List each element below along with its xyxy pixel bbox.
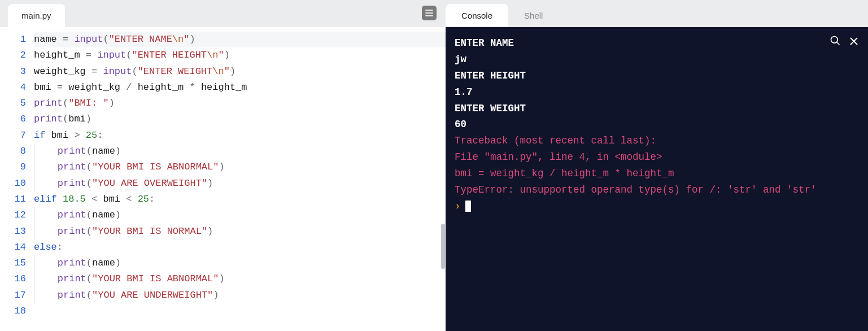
cursor: [465, 201, 471, 212]
console-line: TypeError: unsupported operand type(s) f…: [455, 182, 859, 198]
menu-icon[interactable]: [422, 6, 437, 20]
line-number: 12: [5, 207, 26, 223]
scrollbar-thumb[interactable]: [441, 224, 445, 269]
console-line: File "main.py", line 4, in <module>: [455, 149, 859, 166]
code-line[interactable]: print("YOU ARE OVERWEIGHT"): [34, 176, 446, 191]
tab-shell[interactable]: Shell: [508, 4, 559, 27]
line-number: 6: [5, 111, 26, 127]
console-line: Traceback (most recent call last):: [455, 133, 859, 149]
line-number: 11: [5, 191, 26, 207]
console-line: bmi = weight_kg / height_m * height_m: [455, 166, 859, 182]
editor-panel: main.py 123456789101112131415161718 name…: [0, 0, 446, 331]
console-line: ENTER WEIGHT: [455, 101, 859, 117]
line-number: 3: [5, 64, 26, 80]
code-line[interactable]: height_m = input("ENTER HEIGHT\n"): [34, 47, 446, 63]
code-line[interactable]: print(name): [34, 207, 446, 223]
console-prompt[interactable]: ›: [455, 198, 859, 215]
code-editor[interactable]: 123456789101112131415161718 name = input…: [0, 27, 446, 331]
code-line[interactable]: name = input("ENTER NAME\n"): [34, 32, 446, 47]
line-number: 7: [5, 128, 26, 143]
line-number: 1: [5, 32, 26, 47]
line-number: 14: [5, 239, 26, 255]
editor-tab-bar: main.py: [0, 0, 446, 27]
line-number: 15: [5, 255, 26, 271]
line-number: 5: [5, 95, 26, 111]
line-number: 4: [5, 80, 26, 95]
code-line[interactable]: [34, 303, 446, 319]
code-line[interactable]: weight_kg = input("ENTER WEIGHT\n"): [34, 64, 446, 80]
output-panel: Console Shell ENTER NAMEjwENTER HEIGHT1.…: [446, 0, 868, 331]
output-tab-bar: Console Shell: [446, 0, 868, 27]
code-line[interactable]: print("YOU ARE UNDERWEIGHT"): [34, 288, 446, 303]
code-line[interactable]: print(bmi): [34, 111, 446, 127]
console-tools: [830, 35, 859, 52]
tab-console[interactable]: Console: [446, 4, 508, 27]
line-number: 16: [5, 271, 26, 287]
console-line: 1.7: [455, 84, 859, 101]
line-number: 10: [5, 176, 26, 191]
code-line[interactable]: print(name): [34, 255, 446, 271]
svg-line-1: [837, 42, 840, 45]
file-tab-main[interactable]: main.py: [8, 4, 65, 27]
code-content[interactable]: name = input("ENTER NAME\n")height_m = i…: [34, 27, 446, 331]
code-line[interactable]: bmi = weight_kg / height_m * height_m: [34, 80, 446, 95]
close-icon[interactable]: [849, 36, 859, 52]
console-lines: ENTER NAMEjwENTER HEIGHT1.7ENTER WEIGHT6…: [455, 35, 859, 198]
editor-scrollbar[interactable]: [440, 54, 446, 331]
code-line[interactable]: print("YOUR BMI IS NORMAL"): [34, 224, 446, 239]
console-line: ENTER HEIGHT: [455, 68, 859, 84]
line-number: 8: [5, 143, 26, 159]
code-line[interactable]: print("BMI: "): [34, 95, 446, 111]
line-gutter: 123456789101112131415161718: [0, 27, 34, 331]
line-number: 9: [5, 159, 26, 175]
svg-point-0: [831, 37, 838, 43]
line-number: 13: [5, 224, 26, 239]
code-line[interactable]: elif 18.5 < bmi < 25:: [34, 191, 446, 207]
code-line[interactable]: print(name): [34, 143, 446, 159]
console-line: jw: [455, 51, 859, 68]
search-icon[interactable]: [830, 35, 841, 52]
line-number: 2: [5, 47, 26, 63]
code-line[interactable]: if bmi > 25:: [34, 128, 446, 143]
prompt-symbol: ›: [455, 201, 461, 212]
code-line[interactable]: print("YOUR BMI IS ABNORMAL"): [34, 159, 446, 175]
console-line: ENTER NAME: [455, 35, 859, 51]
console-output[interactable]: ENTER NAMEjwENTER HEIGHT1.7ENTER WEIGHT6…: [446, 27, 868, 331]
code-line[interactable]: print("YOUR BMI IS ABNORMAL"): [34, 271, 446, 287]
code-line[interactable]: else:: [34, 239, 446, 255]
line-number: 18: [5, 303, 26, 319]
console-line: 60: [455, 116, 859, 133]
line-number: 17: [5, 288, 26, 303]
